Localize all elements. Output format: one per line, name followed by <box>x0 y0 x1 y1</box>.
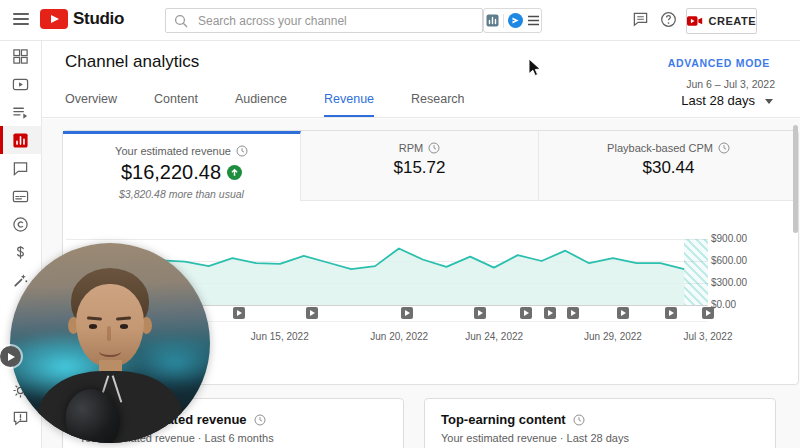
analytics-icon <box>12 132 29 149</box>
metric-title: Your estimated revenue <box>115 145 248 157</box>
create-button[interactable]: CREATE <box>686 8 757 34</box>
y-tick-label: $900.00 <box>711 233 771 244</box>
extension-chart-icon[interactable] <box>486 14 499 27</box>
sidebar-item-content[interactable] <box>0 70 41 98</box>
subtitles-icon <box>12 188 29 205</box>
help-icon[interactable] <box>660 11 677 28</box>
clock-icon <box>718 142 730 154</box>
webcam-play-badge[interactable] <box>0 346 21 367</box>
x-tick-label: Jun 15, 2022 <box>251 331 309 342</box>
mouse-cursor <box>528 58 542 78</box>
extension-menu-icon[interactable] <box>527 15 540 26</box>
video-marker-icon[interactable] <box>567 307 579 319</box>
video-marker-icon[interactable] <box>520 307 532 319</box>
sidebar-item-monetization[interactable] <box>0 238 41 266</box>
sidebar-item-comments[interactable] <box>0 154 41 182</box>
send-feedback-icon <box>12 410 29 427</box>
sidebar-item-playlists[interactable] <box>0 98 41 126</box>
vidiq-icon[interactable] <box>508 13 523 28</box>
trend-up-icon <box>227 165 242 180</box>
page-title: Channel analytics <box>65 52 199 72</box>
clock-icon <box>428 142 440 154</box>
create-label: CREATE <box>709 15 756 27</box>
y-tick-label: $600.00 <box>711 255 771 266</box>
tab-content[interactable]: Content <box>154 92 198 118</box>
x-tick-label: Jun 29, 2022 <box>584 331 642 342</box>
copyright-icon <box>12 216 29 233</box>
search-bar[interactable] <box>165 8 483 33</box>
metric-title: RPM <box>399 142 440 154</box>
clock-icon <box>254 414 266 426</box>
y-tick-label: $0.00 <box>711 299 771 310</box>
video-marker-icon[interactable] <box>702 307 714 319</box>
sidebar-item-analytics[interactable] <box>0 126 41 154</box>
date-range-text: Jun 6 – Jul 3, 2022 <box>615 78 775 90</box>
studio-wordmark: Studio <box>73 9 124 29</box>
x-tick-label: Jun 24, 2022 <box>465 331 523 342</box>
webcam-overlay[interactable] <box>10 243 210 443</box>
metric-card-playback-cpm[interactable]: Playback-based CPM $30.44 <box>539 131 798 201</box>
divider <box>41 117 800 118</box>
clock-icon <box>573 414 585 426</box>
video-marker-icon[interactable] <box>401 307 413 319</box>
tab-research[interactable]: Research <box>411 92 465 118</box>
y-tick-label: $300.00 <box>711 277 771 288</box>
content-icon <box>12 76 29 93</box>
chevron-down-icon <box>765 99 773 104</box>
sidebar-item-dashboard[interactable] <box>0 42 41 70</box>
metric-card-estimated-revenue[interactable]: Your estimated revenue $16,220.48 $3,820… <box>63 131 301 201</box>
search-input[interactable] <box>196 13 450 29</box>
sidebar-item-subtitles[interactable] <box>0 182 41 210</box>
browser-extension-widget[interactable] <box>483 8 542 33</box>
youtube-studio-app: Studio <box>0 0 800 448</box>
video-marker-icon[interactable] <box>306 307 318 319</box>
tab-audience[interactable]: Audience <box>235 92 287 118</box>
video-marker-icon[interactable] <box>233 307 245 319</box>
metric-value: $30.44 <box>643 158 695 178</box>
youtube-play-icon <box>40 9 68 29</box>
tab-revenue[interactable]: Revenue <box>324 92 374 118</box>
youtube-studio-logo[interactable]: Studio <box>40 9 124 29</box>
person-face <box>76 284 144 366</box>
analytics-tabs: OverviewContentAudienceRevenueResearch <box>65 92 465 118</box>
advanced-mode-link[interactable]: ADVANCED MODE <box>668 57 770 69</box>
monetization-icon <box>12 244 29 261</box>
tab-overview[interactable]: Overview <box>65 92 117 118</box>
x-tick-label: Jun 20, 2022 <box>370 331 428 342</box>
feedback-icon[interactable] <box>632 11 649 28</box>
metric-note: $3,820.48 more than usual <box>119 188 244 200</box>
sidebar-item-copyright[interactable] <box>0 210 41 238</box>
metric-card-rpm[interactable]: RPM $15.72 <box>301 131 539 201</box>
x-tick-label: Jul 3, 2022 <box>684 331 733 342</box>
clock-icon <box>236 145 248 157</box>
comments-icon <box>12 160 29 177</box>
metric-value: $16,220.48 <box>121 161 242 184</box>
metric-value: $15.72 <box>394 158 446 178</box>
video-marker-icon[interactable] <box>474 307 486 319</box>
video-marker-icon[interactable] <box>665 307 677 319</box>
menu-icon[interactable] <box>13 13 29 25</box>
search-icon <box>174 14 188 28</box>
create-camera-icon <box>687 14 703 28</box>
video-marker-icon[interactable] <box>617 307 629 319</box>
playlists-icon <box>12 104 29 121</box>
date-preset-text: Last 28 days <box>615 93 775 108</box>
scrollbar-thumb[interactable] <box>793 125 798 233</box>
date-range-picker[interactable]: Jun 6 – Jul 3, 2022 Last 28 days <box>615 78 775 108</box>
divider <box>503 14 504 28</box>
metric-title: Playback-based CPM <box>607 142 730 154</box>
top-app-bar: Studio <box>0 0 800 41</box>
card-title: Top-earning content <box>441 412 759 427</box>
dashboard-icon <box>12 48 29 65</box>
video-marker-icon[interactable] <box>544 307 556 319</box>
card-subtitle: Your estimated revenue · Last 28 days <box>441 432 759 444</box>
top-earning-content-card[interactable]: Top-earning content Your estimated reven… <box>424 398 776 448</box>
